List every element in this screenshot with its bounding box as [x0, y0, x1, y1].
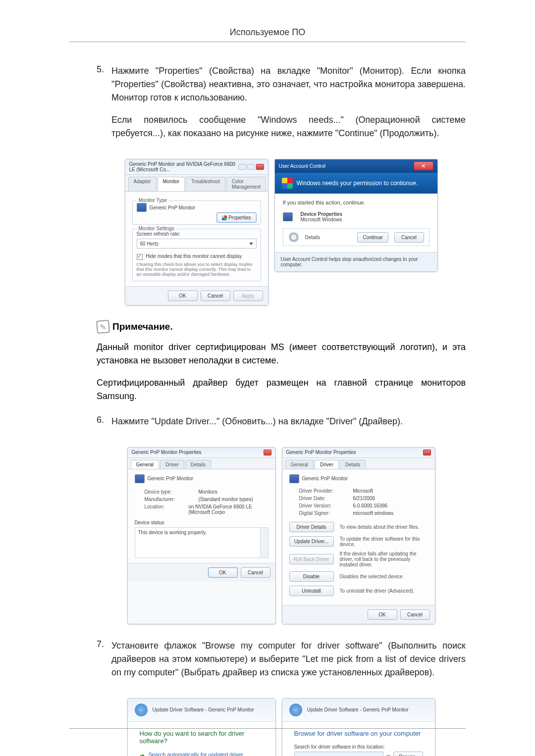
- path-label: Search for driver software in this locat…: [294, 744, 423, 750]
- refresh-rate-value: 60 Hertz: [140, 241, 159, 247]
- cancel-button[interactable]: Cancel: [201, 291, 230, 301]
- roll-back-driver-desc: If the device fails after updating the d…: [340, 551, 428, 567]
- close-icon[interactable]: ✕: [414, 161, 433, 170]
- driver-provider-key: Driver Provider:: [299, 488, 346, 494]
- monitor-settings-label: Monitor Settings: [137, 226, 176, 231]
- close-icon[interactable]: [264, 450, 271, 455]
- properties-driver-dialog: Generic PnP Monitor Properties General D…: [282, 447, 435, 624]
- page-header: Используемое ПО: [69, 27, 466, 42]
- uac-device-publisher: Microsoft Windows: [301, 217, 343, 222]
- ok-button[interactable]: OK: [368, 609, 397, 620]
- device-name: Generic PnP Monitor: [148, 476, 194, 481]
- driver-date-key: Driver Date:: [299, 496, 346, 501]
- apply-button[interactable]: Apply: [233, 291, 263, 301]
- tab-details[interactable]: Details: [340, 460, 366, 469]
- footer-rule: [69, 728, 466, 729]
- arrow-icon: ➔: [140, 752, 145, 756]
- disable-desc: Disables the selected device.: [340, 574, 428, 579]
- ok-button[interactable]: OK: [168, 291, 198, 301]
- scrollbar[interactable]: [260, 528, 268, 557]
- properties-general-dialog: Generic PnP Monitor Properties General D…: [127, 447, 276, 624]
- update-driver-desc: To update the driver software for this d…: [340, 536, 428, 547]
- driver-provider-value: Microsoft: [353, 488, 374, 494]
- device-icon: [283, 212, 293, 221]
- tab-details[interactable]: Details: [185, 460, 212, 469]
- tab-color-management[interactable]: Color Management: [226, 177, 266, 191]
- monitor-icon: [289, 474, 299, 483]
- device-type-key: Device type:: [145, 489, 192, 495]
- disc-icon: [288, 232, 299, 243]
- update-driver-wizard-2: ← Update Driver Software - Generic PnP M…: [282, 698, 435, 756]
- monitor-icon: [137, 203, 147, 212]
- device-status-text: This device is working properly.: [138, 530, 207, 535]
- monitor-type-label: Monitor Type: [137, 198, 169, 203]
- continue-button[interactable]: Continue: [357, 232, 388, 243]
- update-driver-button[interactable]: Update Driver...: [289, 536, 334, 547]
- monitor-device-name: Generic PnP Monitor: [150, 205, 196, 210]
- maximize-icon[interactable]: [247, 164, 255, 170]
- driver-details-desc: To view details about the driver files.: [340, 524, 428, 530]
- back-arrow-icon[interactable]: ←: [135, 704, 148, 716]
- tab-general[interactable]: General: [131, 460, 160, 469]
- step-number: 5.: [97, 64, 111, 149]
- cancel-button[interactable]: Cancel: [241, 567, 270, 578]
- uac-instruction: If you started this action, continue.: [283, 200, 429, 205]
- tab-monitor[interactable]: Monitor: [158, 177, 185, 191]
- tab-general[interactable]: General: [285, 460, 314, 469]
- dialog-title: Generic PnP Monitor Properties: [286, 450, 356, 455]
- digital-signer-value: microsoft windows: [353, 510, 394, 516]
- step-7-text: Установите флажок "Browse my computer fo…: [111, 639, 466, 679]
- path-input[interactable]: [294, 752, 384, 756]
- wizard-breadcrumb: Update Driver Software - Generic PnP Mon…: [307, 707, 409, 712]
- uac-banner-text: Windows needs your permission to contion…: [297, 180, 418, 187]
- uac-dialog: User Account Control ✕ Windows needs you…: [274, 159, 438, 272]
- screenshot-row-1: Generic PnP Monitor and NVIDIA GeForce 6…: [97, 159, 466, 305]
- step-number: 7.: [97, 639, 111, 688]
- wizard-heading: Browse for driver software on your compu…: [294, 730, 423, 737]
- location-value: on NVIDIA GeForce 6600 LE (Microsoft Cor…: [188, 504, 268, 515]
- cancel-button[interactable]: Cancel: [394, 232, 424, 243]
- tab-adapter[interactable]: Adapter: [128, 177, 157, 191]
- ok-button[interactable]: OK: [208, 567, 238, 578]
- back-arrow-icon[interactable]: ←: [289, 704, 302, 716]
- dialog-title: Generic PnP Monitor and NVIDIA GeForce 6…: [129, 161, 238, 172]
- tab-troubleshoot[interactable]: Troubleshoot: [186, 177, 225, 191]
- details-expander[interactable]: Details: [305, 235, 352, 240]
- dialog-title: Generic PnP Monitor Properties: [132, 450, 202, 455]
- minimize-icon[interactable]: [238, 164, 246, 170]
- tab-driver[interactable]: Driver: [315, 460, 339, 469]
- refresh-rate-select[interactable]: 60 Hertz: [137, 239, 257, 249]
- step-5-text-2: Если появилось сообщение "Windows needs.…: [111, 113, 466, 140]
- driver-version-key: Driver Version:: [299, 503, 346, 508]
- step-5: 5. Нажмите "Properties" (Свойства) на вк…: [97, 64, 466, 149]
- shield-icon: [222, 215, 227, 220]
- close-icon[interactable]: [423, 450, 431, 455]
- uninstall-button[interactable]: Uninstall: [289, 586, 334, 596]
- device-status-box: This device is working properly.: [135, 527, 268, 558]
- manufacturer-key: Manufacturer:: [145, 497, 192, 502]
- tab-driver[interactable]: Driver: [160, 460, 184, 469]
- uninstall-desc: To uninstall the driver (Advanced).: [340, 588, 428, 594]
- screenshot-row-2: Generic PnP Monitor Properties General D…: [97, 447, 466, 624]
- browse-button[interactable]: Browse...: [393, 752, 423, 756]
- close-icon[interactable]: [256, 164, 264, 170]
- wizard-breadcrumb: Update Driver Software - Generic PnP Mon…: [153, 707, 254, 712]
- option-title: Search automatically for updated driver …: [149, 752, 264, 756]
- step-6: 6. Нажмите "Update Driver..." (Обновить.…: [97, 415, 466, 437]
- step-6-text: Нажмите "Update Driver..." (Обновить...)…: [111, 415, 466, 428]
- driver-details-button[interactable]: Driver Details: [289, 522, 334, 532]
- roll-back-driver-button[interactable]: Roll Back Driver: [289, 554, 334, 564]
- driver-date-value: 6/21/2006: [353, 496, 375, 501]
- cancel-button[interactable]: Cancel: [400, 609, 430, 620]
- screenshot-row-3: ← Update Driver Software - Generic PnP M…: [97, 698, 466, 756]
- note-icon: ✎: [96, 320, 110, 334]
- hide-modes-checkbox[interactable]: [137, 254, 143, 260]
- monitor-properties-dialog: Generic PnP Monitor and NVIDIA GeForce 6…: [125, 159, 268, 305]
- shield-icon: [282, 178, 293, 189]
- update-driver-wizard-1: ← Update Driver Software - Generic PnP M…: [127, 698, 276, 756]
- wizard-heading: How do you want to search for driver sof…: [140, 730, 264, 745]
- option-search-automatically[interactable]: ➔ Search automatically for updated drive…: [140, 752, 264, 756]
- properties-button[interactable]: Properties: [216, 212, 257, 223]
- disable-button[interactable]: Disable: [289, 571, 334, 582]
- location-key: Location:: [145, 504, 182, 515]
